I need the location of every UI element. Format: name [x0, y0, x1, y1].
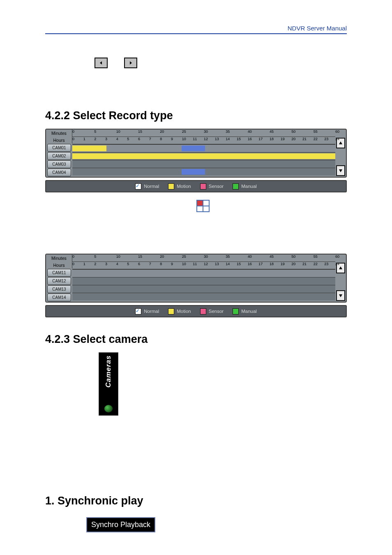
- checkbox-manual-icon[interactable]: [233, 183, 239, 190]
- cam11-button[interactable]: CAM11: [47, 269, 71, 277]
- arrow-down-icon: [339, 169, 343, 173]
- cam01-button[interactable]: CAM01: [47, 144, 71, 152]
- header-link[interactable]: NDVR Server Manual: [45, 25, 347, 32]
- tick: 5: [127, 137, 129, 141]
- triangle-right-icon: [129, 61, 133, 65]
- hours-label-b: Hours: [46, 261, 72, 268]
- tick: 17: [258, 262, 263, 266]
- cam13-button[interactable]: CAM13: [47, 285, 71, 293]
- tick: 1: [83, 137, 85, 141]
- cam02-button[interactable]: CAM02: [47, 152, 71, 160]
- row-cam03[interactable]: [72, 160, 335, 168]
- tick: 14: [226, 137, 230, 141]
- seg-cam01-normal: [72, 146, 106, 151]
- legend-manual[interactable]: Manual: [233, 183, 257, 190]
- legend-manual-b[interactable]: Manual: [233, 308, 257, 314]
- checkbox-manual-icon[interactable]: [233, 308, 239, 314]
- minutes-scale-b: 051015202530354045505560: [72, 254, 335, 262]
- svg-marker-3: [339, 169, 342, 172]
- tick: 11: [193, 262, 197, 266]
- tick: 3: [105, 137, 107, 141]
- tick: 11: [193, 137, 197, 141]
- row-cam02[interactable]: [72, 152, 335, 160]
- svg-marker-1: [130, 61, 132, 65]
- checkbox-normal-icon[interactable]: [135, 183, 141, 190]
- tick: 17: [258, 137, 263, 141]
- tick: 19: [281, 262, 285, 266]
- cam04-button[interactable]: CAM04: [47, 169, 71, 176]
- tick: 40: [248, 130, 252, 134]
- tick: 22: [314, 137, 318, 141]
- row-cam04[interactable]: [72, 168, 335, 176]
- tick: 5: [94, 254, 96, 259]
- row-cam11[interactable]: [72, 269, 335, 277]
- arrow-down-icon: [339, 294, 343, 298]
- row-cam12[interactable]: [72, 277, 335, 285]
- hours-scale: 0123456789101112131415161718192021222324: [72, 137, 335, 144]
- tick: 2: [94, 137, 96, 141]
- tick: 21: [302, 262, 307, 266]
- legend-motion-b[interactable]: Motion: [168, 308, 191, 314]
- header-rule: [45, 33, 347, 34]
- tick: 25: [182, 254, 186, 259]
- cam12-button[interactable]: CAM12: [47, 277, 71, 285]
- tick: 9: [171, 262, 173, 266]
- svg-marker-0: [100, 61, 102, 65]
- section-4-2-3-title: 4.2.3 Select camera: [45, 333, 347, 346]
- cam14-button[interactable]: CAM14: [47, 294, 71, 301]
- tick: 16: [248, 262, 252, 266]
- legend-b: Normal Motion Sensor Manual: [45, 305, 347, 317]
- tick: 20: [160, 130, 164, 134]
- split-text-a: because click this button: [125, 203, 192, 210]
- legend-normal-b[interactable]: Normal: [135, 308, 159, 314]
- next-channel-button[interactable]: [124, 58, 137, 68]
- tick: 8: [160, 137, 162, 141]
- tick: 6: [138, 137, 140, 141]
- cameras-panel-label: Cameras: [104, 355, 113, 388]
- cameras-panel[interactable]: Cameras: [99, 352, 118, 416]
- prev-channel-button[interactable]: [95, 58, 108, 68]
- tick: 0: [72, 137, 74, 141]
- checkbox-motion-icon[interactable]: [168, 183, 174, 190]
- triangle-left-icon: [99, 61, 103, 65]
- intro-line2: will play video of that channel in the f…: [45, 72, 347, 94]
- scroll-down-button[interactable]: [336, 165, 345, 176]
- intro-line1: press or to show other channels, when cl…: [45, 44, 347, 55]
- legend-sensor-b[interactable]: Sensor: [200, 308, 224, 314]
- checkbox-sensor-icon[interactable]: [200, 308, 206, 314]
- legend-motion[interactable]: Motion: [168, 183, 191, 190]
- legend-manual-label-b: Manual: [241, 309, 257, 314]
- arrow-up-icon: [339, 266, 343, 270]
- row-cam13[interactable]: [72, 285, 335, 293]
- svg-marker-4: [339, 266, 342, 269]
- tick: 3: [105, 262, 107, 266]
- checkbox-sensor-icon[interactable]: [200, 183, 206, 190]
- legend-normal[interactable]: Normal: [135, 183, 159, 190]
- split-view-icon[interactable]: [196, 200, 210, 212]
- synchro-playback-button[interactable]: Synchro Playback: [86, 517, 155, 532]
- row-cam01[interactable]: [72, 144, 335, 152]
- timeline-panel-a: Minutes Hours CAM01 CAM02 CAM03 CAM04 05…: [45, 129, 347, 178]
- scroll-down-button-b[interactable]: [336, 290, 345, 301]
- tick: 25: [182, 130, 186, 134]
- tick: 45: [270, 130, 274, 134]
- tick: 0: [72, 254, 74, 259]
- cam03-button[interactable]: CAM03: [47, 160, 71, 168]
- hours-scale-b: 0123456789101112131415161718192021222324: [72, 262, 335, 269]
- tick: 10: [116, 254, 120, 259]
- tick: 60: [335, 254, 339, 259]
- legend-sensor-label-b: Sensor: [209, 309, 224, 314]
- legend-sensor[interactable]: Sensor: [200, 183, 224, 190]
- tick: 1: [83, 262, 85, 266]
- tick: 4: [116, 262, 118, 266]
- tick: 20: [291, 262, 295, 266]
- tick: 50: [291, 254, 295, 259]
- tick: 10: [182, 262, 186, 266]
- checkbox-normal-icon[interactable]: [135, 308, 141, 314]
- seg-cam01-motion: [182, 146, 205, 151]
- tick: 50: [291, 130, 295, 134]
- row-cam14[interactable]: [72, 293, 335, 301]
- tick: 21: [302, 137, 307, 141]
- checkbox-motion-icon[interactable]: [168, 308, 174, 314]
- tick: 22: [314, 262, 318, 266]
